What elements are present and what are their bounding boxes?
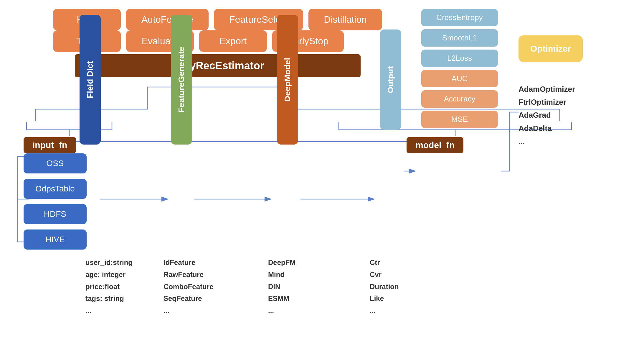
feature-gen-subtext: IdFeatureRawFeatureComboFeatureSeqFeatur… [164, 257, 213, 317]
hive-source[interactable]: HIVE [24, 229, 87, 250]
input-fn-label: input_fn [24, 137, 76, 153]
top-buttons-area: HPO AutoFeature FeatureSelect Distillati… [53, 9, 382, 77]
output-bar: Output [380, 29, 401, 130]
estimator-bar: EasyRecEstimator [75, 54, 361, 77]
optimizer-list: AdamOptimizer FtrlOptimizer AdaGrad AdaD… [518, 83, 575, 148]
metrics-col: CrossEntropy SmoothL1 L2Loss AUC Accurac… [421, 9, 498, 128]
field-dict-bar: Field Dict [80, 15, 101, 145]
cross-entropy-metric: CrossEntropy [421, 9, 498, 26]
model-fn-label: model_fn [407, 137, 463, 153]
diagram-container: HPO AutoFeature FeatureSelect Distillati… [0, 0, 644, 341]
oss-source[interactable]: OSS [24, 153, 87, 173]
optimizer-ftrl: FtrlOptimizer [518, 96, 575, 109]
export-button[interactable]: Export [199, 30, 267, 52]
deep-model-subtext: DeepFMMindDINESMM... [268, 257, 295, 317]
distillation-button[interactable]: Distillation [308, 9, 382, 30]
l2loss-metric: L2Loss [421, 50, 498, 67]
deep-model-bar: DeepModel [277, 15, 298, 145]
output-subtext: CtrCvrDurationLike... [370, 257, 399, 317]
button-row-1: HPO AutoFeature FeatureSelect Distillati… [53, 9, 382, 30]
autofeature-button[interactable]: AutoFeature [126, 9, 209, 30]
accuracy-metric: Accuracy [421, 90, 498, 108]
odpstable-source[interactable]: OdpsTable [24, 179, 87, 199]
optimizer-box: Optimizer [518, 35, 583, 62]
smoothl1-metric: SmoothL1 [421, 29, 498, 47]
optimizer-more: ... [518, 135, 575, 148]
optimizer-adadelta: AdaDelta [518, 122, 575, 135]
optimizer-adagrad: AdaGrad [518, 109, 575, 122]
button-row-2: Train Evaluate Export EarlyStop [53, 30, 382, 52]
data-sources-col: OSS OdpsTable HDFS HIVE [24, 153, 87, 250]
auc-metric: AUC [421, 70, 498, 87]
feature-generate-bar: FeatureGenerate [171, 15, 192, 145]
mse-metric: MSE [421, 111, 498, 128]
optimizer-adam: AdamOptimizer [518, 83, 575, 96]
hdfs-source[interactable]: HDFS [24, 204, 87, 224]
field-dict-subtext: user_id:stringage: integerprice:floattag… [85, 257, 133, 317]
